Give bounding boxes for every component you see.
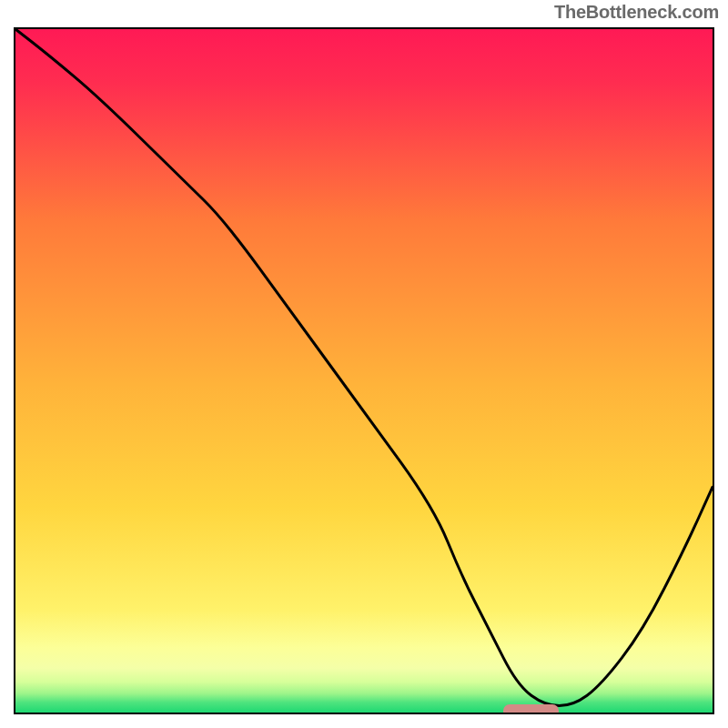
plot-frame <box>14 27 714 714</box>
minimum-marker <box>503 704 559 714</box>
bottleneck-curve <box>15 29 713 706</box>
curve-layer <box>15 29 713 713</box>
watermark-label: TheBottleneck.com <box>554 2 719 23</box>
chart-canvas: TheBottleneck.com <box>0 0 728 728</box>
